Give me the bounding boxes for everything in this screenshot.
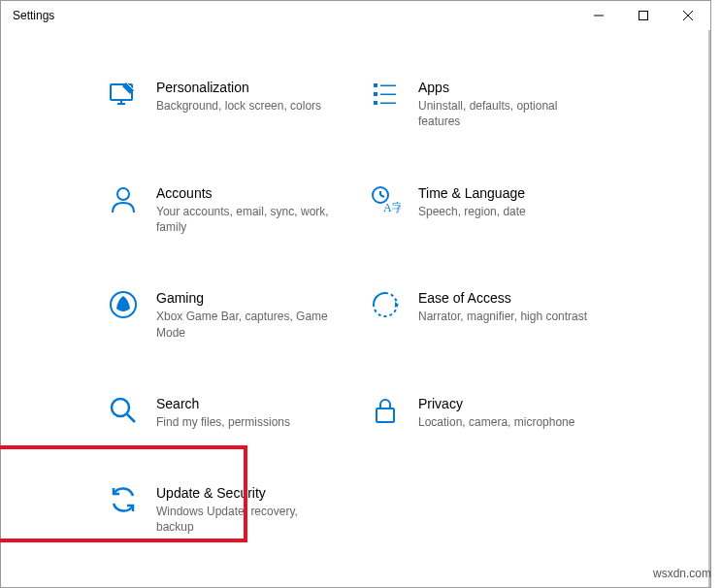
svg-rect-8 [374,83,377,87]
tile-title: Personalization [156,79,321,96]
svg-rect-10 [374,92,377,96]
svg-text:A字: A字 [383,201,401,214]
settings-window: Settings [0,0,711,588]
accounts-icon [108,184,139,215]
time-language-icon: A字 [370,184,401,215]
tile-text: Personalization Background, lock screen,… [156,79,321,114]
maximize-button[interactable] [621,1,666,30]
svg-rect-1 [639,12,648,20]
tile-text: Update & Security Windows Update, recove… [156,484,331,536]
svg-rect-9 [380,85,396,87]
svg-line-22 [127,414,135,422]
tile-title: Ease of Access [418,289,587,307]
personalization-icon [108,79,139,110]
tile-desc: Your accounts, email, sync, work, family [156,204,331,235]
tile-gaming[interactable]: Gaming Xbox Game Bar, captures, Game Mod… [108,289,360,341]
ease-of-access-icon [370,289,401,320]
tile-text: Apps Uninstall, defaults, optional featu… [418,79,593,130]
tile-desc: Background, lock screen, colors [156,98,321,114]
tile-update-security[interactable]: Update & Security Windows Update, recove… [108,484,360,536]
tile-apps[interactable]: Apps Uninstall, defaults, optional featu… [370,79,622,130]
search-icon [108,395,139,426]
tile-title: Update & Security [156,484,331,502]
tile-text: Search Find my files, permissions [156,395,290,430]
privacy-icon [370,395,401,426]
apps-icon [370,79,401,110]
svg-rect-11 [380,94,396,96]
tile-desc: Xbox Game Bar, captures, Game Mode [156,309,331,340]
window-controls [576,1,710,30]
svg-rect-23 [377,408,394,422]
tile-title: Privacy [418,395,574,412]
settings-grid: Personalization Background, lock screen,… [108,79,652,536]
tile-text: Time & Language Speech, region, date [418,184,526,219]
update-security-icon [108,484,139,515]
titlebar: Settings [1,1,710,30]
tile-text: Ease of Access Narrator, magnifier, high… [418,289,587,324]
tile-title: Time & Language [418,184,526,202]
tile-desc: Uninstall, defaults, optional features [418,98,593,129]
tile-title: Apps [418,79,593,96]
tile-title: Search [156,395,290,412]
watermark: wsxdn.com [653,567,711,580]
tile-time-language[interactable]: A字 Time & Language Speech, region, date [370,184,622,236]
svg-line-17 [380,195,384,197]
tile-text: Accounts Your accounts, email, sync, wor… [156,184,331,236]
close-button[interactable] [666,1,710,30]
tile-desc: Location, camera, microphone [418,414,574,430]
svg-point-14 [117,188,129,200]
tile-text: Gaming Xbox Game Bar, captures, Game Mod… [156,289,331,341]
minimize-button[interactable] [576,1,621,30]
content-area: Personalization Background, lock screen,… [1,30,710,555]
tile-desc: Narrator, magnifier, high contrast [418,309,587,324]
tile-personalization[interactable]: Personalization Background, lock screen,… [108,79,360,130]
tile-title: Gaming [156,289,331,307]
svg-rect-13 [380,103,396,105]
tile-desc: Windows Update, recovery, backup [156,504,331,535]
tile-privacy[interactable]: Privacy Location, camera, microphone [370,395,622,430]
tile-accounts[interactable]: Accounts Your accounts, email, sync, wor… [108,184,360,236]
tile-desc: Find my files, permissions [156,414,290,430]
tile-search[interactable]: Search Find my files, permissions [108,395,360,430]
tile-ease-of-access[interactable]: Ease of Access Narrator, magnifier, high… [370,289,622,341]
svg-rect-12 [374,101,377,105]
svg-point-21 [112,399,129,416]
window-title: Settings [13,9,54,22]
tile-title: Accounts [156,184,331,202]
gaming-icon [108,289,139,320]
tile-desc: Speech, region, date [418,204,526,219]
tile-text: Privacy Location, camera, microphone [418,395,574,430]
scrollbar[interactable] [708,30,710,587]
